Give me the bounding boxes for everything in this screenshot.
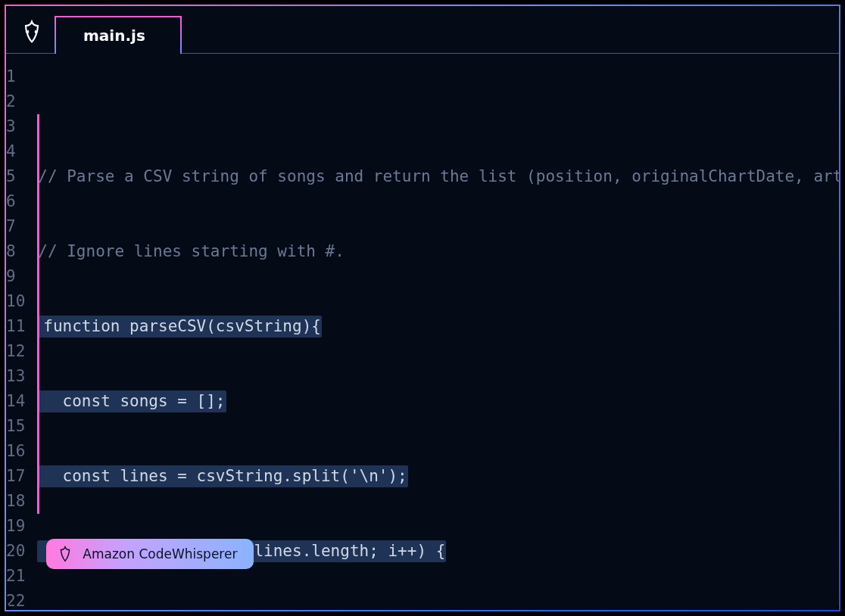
- tab-label: main.js: [83, 26, 145, 45]
- line-number: 8: [6, 239, 25, 264]
- code-line: const songs = [];: [37, 390, 226, 412]
- code-editor[interactable]: 1 2 3 4 5 6 7 8 9 10 11 12 13 14 15 16 1…: [6, 54, 839, 611]
- line-number: 12: [6, 339, 25, 364]
- app-logo-icon: [20, 20, 44, 44]
- line-number: 2: [6, 89, 25, 114]
- codewhisperer-icon: [57, 546, 73, 562]
- tab-main-js[interactable]: main.js: [55, 16, 182, 54]
- line-number: 4: [6, 139, 25, 164]
- line-number: 14: [6, 389, 25, 414]
- line-number: 11: [6, 314, 25, 339]
- line-number: 15: [6, 414, 25, 439]
- suggestion-insert-bar: [37, 114, 39, 514]
- line-number-gutter: 1 2 3 4 5 6 7 8 9 10 11 12 13 14 15 16 1…: [6, 64, 37, 611]
- tab-bar: main.js: [6, 6, 839, 54]
- code-line: const lines = csvString.split('\n');: [37, 465, 407, 487]
- line-number: 9: [6, 264, 25, 289]
- line-number: 19: [6, 514, 25, 539]
- code-line: // Parse a CSV string of songs and retur…: [37, 166, 840, 188]
- line-number: 16: [6, 439, 25, 464]
- line-number: 10: [6, 289, 25, 314]
- line-number: 1: [6, 64, 25, 89]
- codewhisperer-badge[interactable]: Amazon CodeWhisperer: [46, 539, 254, 569]
- code-area[interactable]: // Parse a CSV string of songs and retur…: [37, 64, 840, 611]
- code-line: // Ignore lines starting with #.: [37, 241, 345, 263]
- editor-window: main.js 1 2 3 4 5 6 7 8 9 10 11 12 13 14…: [5, 5, 840, 611]
- line-number: 22: [6, 589, 25, 611]
- line-number: 20: [6, 539, 25, 564]
- line-number: 17: [6, 464, 25, 489]
- line-number: 5: [6, 164, 25, 189]
- line-number: 6: [6, 189, 25, 214]
- line-number: 21: [6, 564, 25, 589]
- code-line: function parseCSV(csvString){: [37, 316, 322, 338]
- line-number: 18: [6, 489, 25, 514]
- line-number: 13: [6, 364, 25, 389]
- badge-label: Amazon CodeWhisperer: [83, 542, 237, 567]
- line-number: 3: [6, 114, 25, 139]
- line-number: 7: [6, 214, 25, 239]
